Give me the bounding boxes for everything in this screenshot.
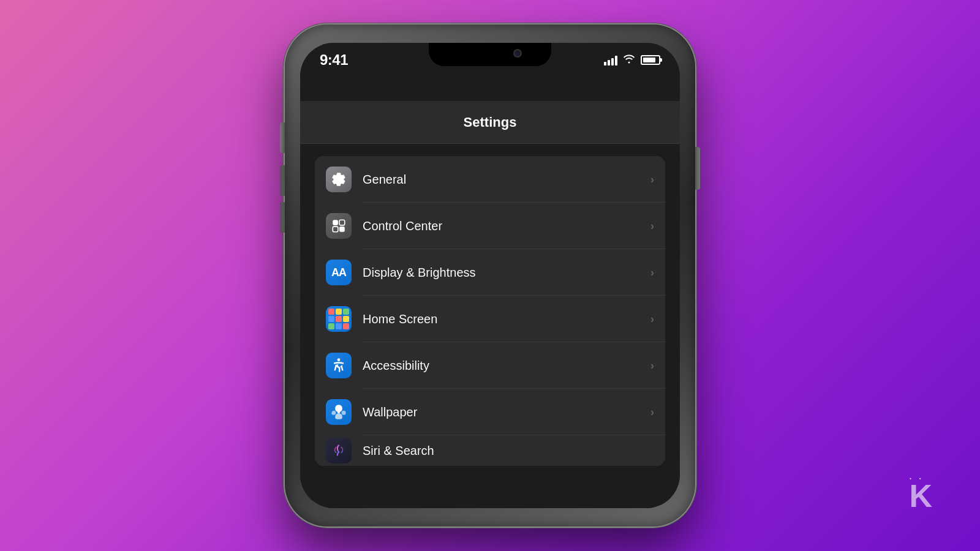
settings-item-home-screen[interactable]: Home Screen › [315,296,665,342]
accessibility-icon [326,353,352,378]
svg-point-4 [337,358,341,361]
siri-search-icon [326,438,352,463]
general-label: General [363,173,650,187]
home-screen-icon [326,306,352,332]
signal-bar-2 [608,60,610,66]
svg-rect-0 [333,220,338,225]
wifi-icon [622,53,636,67]
svg-point-5 [337,411,341,414]
status-bar: 9:41 [300,43,680,77]
svg-rect-3 [339,227,345,232]
settings-item-display-brightness[interactable]: AA Display & Brightness › [315,249,665,296]
settings-item-siri-search[interactable]: Siri & Search [315,435,665,466]
battery-body [641,55,660,65]
signal-bar-4 [615,56,617,66]
battery-icon [641,55,660,65]
general-icon [326,167,352,192]
phone-screen: 9:41 [300,43,680,508]
knowtechie-letter: K [909,478,931,514]
wallpaper-icon [326,399,352,425]
control-center-chevron: › [650,220,654,233]
settings-item-accessibility[interactable]: Accessibility › [315,342,665,389]
display-brightness-icon: AA [326,260,352,285]
knowtechie-logo: · · K [909,474,931,514]
nav-title: Settings [464,114,517,130]
accessibility-label: Accessibility [363,359,650,373]
signal-bar-3 [611,58,614,66]
display-brightness-chevron: › [650,266,654,279]
screen-container: 9:41 [300,43,680,508]
phone-shell: 9:41 [285,24,695,527]
status-time: 9:41 [320,51,348,69]
control-center-icon [326,213,352,239]
nav-bar: Settings [300,101,680,144]
general-chevron: › [650,173,654,186]
signal-bar-1 [604,62,606,66]
signal-bars-icon [604,54,617,66]
battery-fill [643,58,655,62]
accessibility-chevron: › [650,359,654,372]
status-icons [604,53,660,67]
settings-item-wallpaper[interactable]: Wallpaper › [315,389,665,435]
settings-group: General › Control [315,156,665,466]
settings-item-control-center[interactable]: Control Center › [315,203,665,249]
notch-area: 9:41 [300,43,680,101]
wallpaper-label: Wallpaper [363,405,650,419]
home-screen-chevron: › [650,313,654,326]
siri-search-label: Siri & Search [363,444,654,458]
home-screen-label: Home Screen [363,312,650,326]
svg-rect-2 [339,220,345,225]
wallpaper-chevron: › [650,406,654,419]
settings-item-general[interactable]: General › [315,156,665,203]
settings-content: General › Control [300,144,680,508]
display-brightness-label: Display & Brightness [363,266,650,280]
control-center-label: Control Center [363,219,650,233]
svg-rect-1 [333,227,338,232]
